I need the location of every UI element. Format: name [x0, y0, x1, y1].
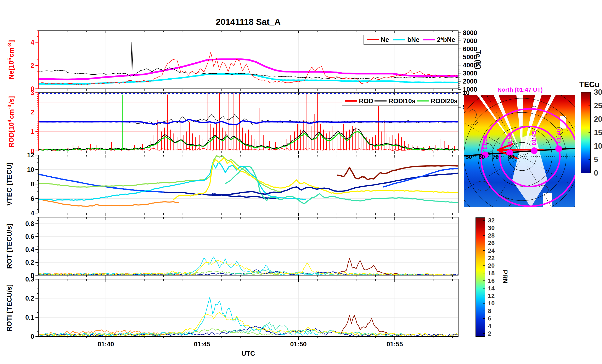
latitude-label: 60 — [479, 154, 485, 160]
prn-colorbar-label: PRN — [501, 270, 509, 283]
y-tick-label: 0.1 — [25, 314, 34, 321]
te-tick-label: 2000 — [463, 78, 477, 85]
tecu-tick-label: 5 — [594, 155, 598, 164]
prn-tick-label: 32 — [488, 217, 494, 224]
y-tick-label: 2 — [31, 109, 34, 116]
latitude-label: 50 — [466, 154, 472, 160]
prn-tick-label: 30 — [488, 225, 494, 231]
y-tick-label: 0.3 — [25, 276, 34, 283]
legend-label: bNe — [407, 36, 419, 43]
prn-tick-label: 6 — [488, 315, 491, 322]
y-tick-label: 1 — [31, 128, 34, 135]
y-tick-label: 4 — [31, 39, 34, 46]
x-tick-label: 01:50 — [290, 341, 306, 348]
prn-tick-label: 12 — [488, 292, 494, 299]
figure-title: 20141118 Sat_A — [216, 17, 281, 27]
legend-ne: NebNe2*bNe — [364, 35, 458, 44]
prn-tick-label: 18 — [488, 270, 494, 277]
prn-tick-label: 16 — [488, 277, 494, 284]
latitude-label: 80 — [508, 154, 514, 160]
legend-rod: RODRODI10sRODI20s — [342, 96, 458, 106]
time-marker-label: 01:45 — [531, 131, 537, 145]
x-axis-label: UTC — [241, 350, 255, 357]
tecu-tick-label: 20 — [594, 115, 602, 123]
y-tick-label: 2 — [31, 62, 34, 69]
tecu-tick-label: 30 — [594, 88, 602, 96]
x-tick-label: 01:55 — [387, 341, 403, 348]
te-tick-label: 3000 — [463, 70, 477, 77]
y-tick-label: 0.6 — [25, 233, 34, 240]
legend-label: RODI20s — [431, 97, 457, 105]
tecu-tick-label: 10 — [594, 142, 602, 150]
prn-tick-label: 28 — [488, 232, 494, 239]
y-tick-label: 3 — [31, 89, 34, 96]
x-tick-label: 01:40 — [97, 341, 114, 348]
legend-label: Ne — [381, 36, 389, 43]
y-tick-label: 0 — [31, 333, 34, 340]
time-marker-dot — [531, 147, 538, 154]
prn-tick-label: 24 — [488, 247, 494, 254]
rot-y-axis-label: ROT [TECU/s] — [5, 224, 13, 269]
figure: 20141118 Sat_A 024Ne[105 cm-3 ]100020003… — [0, 0, 602, 364]
time-marker-label: 01:50 — [507, 133, 513, 147]
legend-label: ROD — [359, 97, 373, 105]
time-marker-label: 01:55 — [482, 135, 488, 150]
latitude-label: 70 — [493, 154, 499, 160]
y-tick-label: 0.2 — [25, 295, 34, 302]
y-tick-label: 4 — [31, 210, 34, 217]
legend-label: 2*bNe — [437, 36, 455, 43]
vtec-y-axis-label: VTEC [TECU] — [5, 162, 13, 206]
roti-y-axis-label: ROTI [TECU/s] — [5, 284, 13, 331]
y-tick-label: 0.2 — [25, 259, 34, 266]
te-tick-label: 8000 — [463, 29, 477, 36]
tecu-colorbar-title: TECu — [579, 80, 600, 89]
prn-tick-label: 22 — [488, 255, 494, 261]
tecu-tick-label: 0 — [594, 169, 598, 177]
prn-tick-label: 26 — [488, 240, 494, 246]
prn-tick-label: 14 — [488, 285, 494, 292]
te-axis-label: Te (K) — [474, 50, 482, 69]
prn-tick-label: 4 — [488, 323, 491, 329]
y-tick-label: 8 — [31, 181, 34, 188]
map-title: North (01:47 UT) — [497, 86, 543, 93]
y-tick-label: 10 — [27, 166, 34, 173]
prn-tick-label: 20 — [488, 262, 494, 269]
legend-label: RODI10s — [389, 97, 415, 105]
y-tick-label: 0.4 — [25, 246, 34, 253]
prn-tick-label: 2 — [488, 330, 491, 337]
tecu-tick-label: 15 — [594, 128, 602, 137]
tecu-tick-label: 25 — [594, 101, 602, 110]
te-tick-label: 7000 — [463, 37, 477, 44]
x-tick-label: 01:45 — [194, 341, 210, 348]
y-tick-label: 6 — [31, 195, 34, 202]
prn-tick-label: 10 — [488, 300, 494, 307]
prn-tick-label: 8 — [488, 308, 491, 314]
y-tick-label: 0.8 — [25, 220, 34, 227]
y-tick-label: 12 — [27, 151, 34, 159]
time-marker-dot — [555, 146, 562, 152]
time-marker-label: 01:40 — [556, 129, 562, 143]
